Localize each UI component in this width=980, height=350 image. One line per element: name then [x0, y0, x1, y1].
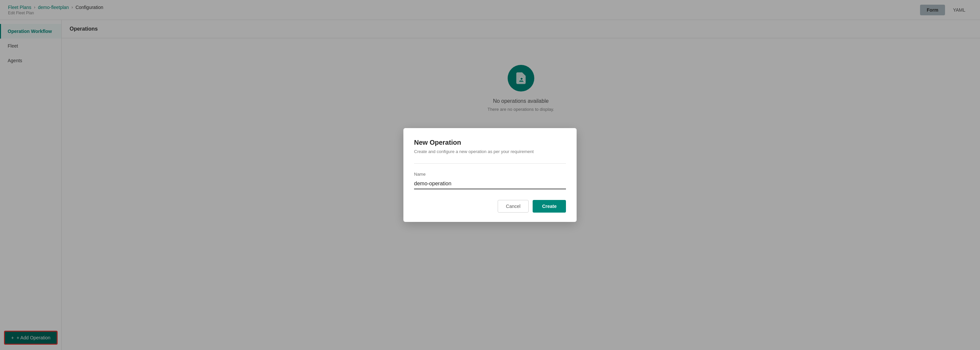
name-input[interactable]: [414, 179, 566, 189]
cancel-button[interactable]: Cancel: [498, 200, 529, 212]
new-operation-modal: New Operation Create and configure a new…: [403, 128, 577, 222]
modal-title: New Operation: [414, 139, 566, 146]
name-label: Name: [414, 172, 566, 177]
modal-actions: Cancel Create: [414, 200, 566, 212]
modal-divider: [414, 163, 566, 164]
modal-subtitle: Create and configure a new operation as …: [414, 149, 566, 154]
create-button[interactable]: Create: [533, 200, 566, 212]
name-form-group: Name: [414, 172, 566, 189]
modal-overlay[interactable]: New Operation Create and configure a new…: [0, 0, 980, 350]
